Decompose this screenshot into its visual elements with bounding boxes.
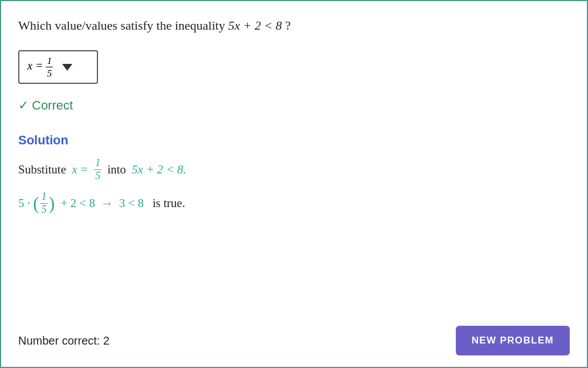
solution-line-2: 5 · ( 1 5 ) + 2 < 8 → 3 < 8 is true. <box>18 192 570 215</box>
sol-line1-fraction: 1 5 <box>91 158 104 181</box>
sol-line1-before: Substitute <box>18 163 66 177</box>
question-text: Which value/values satisfy the inequalit… <box>18 18 570 33</box>
dropdown-fraction: 1 5 <box>46 56 53 78</box>
fraction-denominator: 5 <box>46 67 53 78</box>
fraction-numerator: 1 <box>46 56 53 67</box>
sol-frac1-den: 5 <box>94 170 101 181</box>
close-paren: ) <box>49 194 55 212</box>
sol-line2-rest: + 2 < 8 → 3 < 8 <box>58 196 144 211</box>
solution-section: Solution Substitute x = 1 5 into 5x + 2 … <box>18 133 570 225</box>
dropdown-arrow-icon <box>62 64 72 71</box>
main-container: Which value/values satisfy the inequalit… <box>1 1 587 367</box>
sol-line1-into: into <box>107 163 126 177</box>
sol-line1-math: 5x + 2 < 8. <box>129 163 186 177</box>
question-before: Which value/values satisfy the inequalit… <box>18 18 225 33</box>
sol-line1-var: x = <box>69 163 88 177</box>
checkmark-icon: ✓ <box>18 98 28 113</box>
question-after: ? <box>285 18 291 33</box>
new-problem-button[interactable]: NEW PROBLEM <box>456 326 570 355</box>
footer: Number correct: 2 NEW PROBLEM <box>18 326 570 355</box>
sol-line2-coeff: 5 · <box>18 196 30 211</box>
solution-title: Solution <box>18 133 570 148</box>
answer-dropdown[interactable]: x = 1 5 <box>18 50 98 84</box>
sol-frac2-num: 1 <box>40 192 48 204</box>
solution-line-1: Substitute x = 1 5 into 5x + 2 < 8. <box>18 158 570 181</box>
question-math: 5x + 2 < 8 <box>228 18 281 33</box>
correct-label: ✓ Correct <box>18 98 570 113</box>
sol-line2-is-true: is true. <box>146 196 185 211</box>
sol-line2-paren-expr: ( 1 5 ) <box>33 192 55 215</box>
dropdown-container: x = 1 5 <box>18 50 570 84</box>
open-paren: ( <box>33 194 39 212</box>
number-correct-label: Number correct: 2 <box>18 334 109 347</box>
sol-frac1-num: 1 <box>94 158 101 170</box>
dropdown-label: x = 1 5 <box>27 56 53 78</box>
correct-text: Correct <box>32 98 73 113</box>
sol-frac2-den: 5 <box>40 204 48 215</box>
